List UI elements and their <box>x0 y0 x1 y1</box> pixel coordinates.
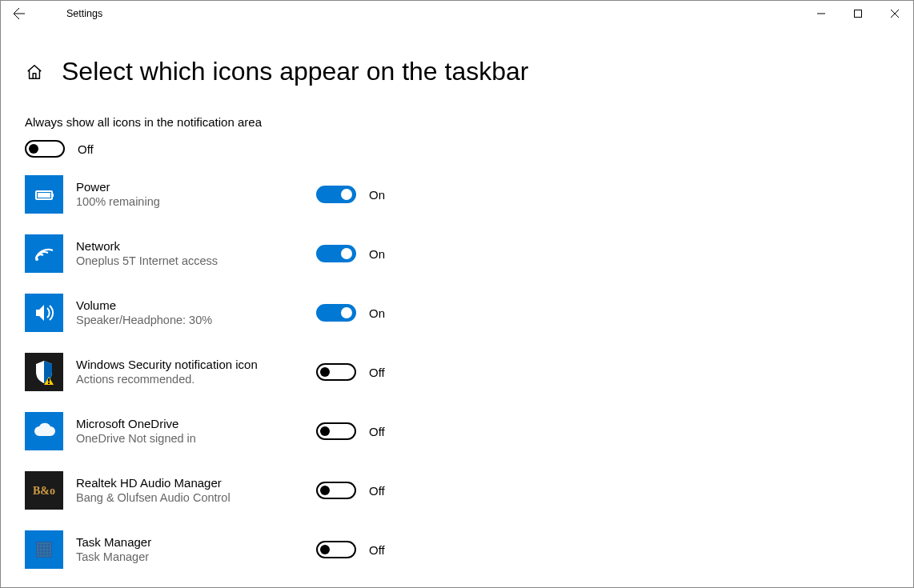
item-toggle-state: Off <box>369 484 385 498</box>
item-toggle[interactable] <box>316 482 356 499</box>
toggle-knob <box>320 545 330 554</box>
item-toggle-state: Off <box>369 425 385 438</box>
item-subtitle: 100% remaining <box>76 194 316 210</box>
minimize-button[interactable] <box>803 1 840 26</box>
cloud-icon <box>25 412 63 450</box>
taskbar-icon-row: Power100% remainingOn <box>25 175 889 214</box>
item-toggle-wrap: Off <box>316 363 385 381</box>
taskbar-icon-row: Task ManagerTask ManagerOff <box>25 530 889 569</box>
item-title: Microsoft OneDrive <box>76 416 316 432</box>
taskbar-icon-row: Microsoft OneDriveOneDrive Not signed in… <box>25 412 889 450</box>
speaker-icon <box>25 294 63 332</box>
home-button[interactable] <box>25 62 44 82</box>
home-icon <box>26 63 43 81</box>
item-title: Windows Security notification icon <box>76 357 316 373</box>
titlebar-left: Settings <box>1 1 102 26</box>
item-toggle-wrap: On <box>316 245 385 262</box>
item-title: Realtek HD Audio Manager <box>76 475 316 491</box>
close-icon <box>891 10 899 18</box>
page-title: Select which icons appear on the taskbar <box>62 57 528 86</box>
item-text: VolumeSpeaker/Headphone: 30% <box>76 298 316 328</box>
item-title: Volume <box>76 298 316 314</box>
app-title: Settings <box>66 8 102 19</box>
titlebar: Settings <box>1 1 913 26</box>
battery-icon <box>25 175 63 214</box>
item-toggle-state: Off <box>369 543 385 557</box>
items-list: Power100% remainingOnNetworkOneplus 5T I… <box>25 175 889 569</box>
content: Select which icons appear on the taskbar… <box>1 26 913 587</box>
master-toggle[interactable] <box>25 140 65 158</box>
item-toggle-state: On <box>369 247 385 261</box>
item-toggle-state: On <box>369 188 385 202</box>
taskbar-icon-row: Windows Security notification iconAction… <box>25 353 889 391</box>
item-subtitle: Bang & Olufsen Audio Control <box>76 490 316 506</box>
toggle-knob <box>320 486 330 495</box>
item-title: Power <box>76 179 316 195</box>
window-controls <box>803 1 913 26</box>
item-text: NetworkOneplus 5T Internet access <box>76 238 316 269</box>
master-toggle-state: Off <box>78 142 94 156</box>
toggle-knob <box>341 189 352 200</box>
item-toggle[interactable] <box>316 186 356 203</box>
item-toggle-wrap: On <box>316 304 385 322</box>
item-text: Power100% remaining <box>76 179 316 210</box>
back-arrow-icon <box>13 7 26 20</box>
item-toggle[interactable] <box>316 363 356 381</box>
toggle-knob <box>341 307 352 318</box>
maximize-button[interactable] <box>840 1 876 26</box>
taskbar-icon-row: Realtek HD Audio ManagerBang & Olufsen A… <box>25 471 889 510</box>
item-subtitle: Oneplus 5T Internet access <box>76 254 316 269</box>
item-toggle-wrap: Off <box>316 422 385 440</box>
maximize-icon <box>854 10 862 18</box>
wifi-icon <box>25 234 63 273</box>
toggle-knob <box>320 426 330 436</box>
master-toggle-label: Always show all icons in the notificatio… <box>25 115 889 129</box>
item-toggle[interactable] <box>316 245 356 262</box>
item-text: Task ManagerTask Manager <box>76 534 316 565</box>
shield-icon <box>25 353 63 391</box>
item-text: Realtek HD Audio ManagerBang & Olufsen A… <box>76 475 316 506</box>
item-toggle-wrap: Off <box>316 482 385 499</box>
item-toggle-state: Off <box>369 366 385 379</box>
master-toggle-row: Off <box>25 140 889 158</box>
item-toggle-state: On <box>369 306 385 320</box>
item-subtitle: Task Manager <box>76 550 316 565</box>
toggle-knob <box>341 248 352 259</box>
taskbar-icon-row: VolumeSpeaker/Headphone: 30%On <box>25 294 889 332</box>
minimize-icon <box>817 10 825 18</box>
item-text: Windows Security notification iconAction… <box>76 357 316 387</box>
header-row: Select which icons appear on the taskbar <box>25 57 889 86</box>
bo-icon <box>25 471 63 510</box>
item-title: Task Manager <box>76 534 316 550</box>
back-button[interactable] <box>1 1 38 26</box>
chip-icon <box>25 530 63 569</box>
item-toggle-wrap: On <box>316 186 385 203</box>
item-toggle[interactable] <box>316 541 356 558</box>
item-title: Network <box>76 238 316 254</box>
item-toggle[interactable] <box>316 422 356 440</box>
toggle-knob <box>320 367 330 377</box>
item-subtitle: OneDrive Not signed in <box>76 431 316 446</box>
item-subtitle: Speaker/Headphone: 30% <box>76 313 316 328</box>
svg-rect-1 <box>855 10 862 18</box>
item-subtitle: Actions recommended. <box>76 372 316 387</box>
item-toggle[interactable] <box>316 304 356 322</box>
item-text: Microsoft OneDriveOneDrive Not signed in <box>76 416 316 446</box>
settings-window: Settings Select which icons appear on th… <box>0 0 914 588</box>
taskbar-icon-row: NetworkOneplus 5T Internet accessOn <box>25 234 889 273</box>
close-button[interactable] <box>876 1 913 26</box>
item-toggle-wrap: Off <box>316 541 385 558</box>
toggle-knob <box>29 144 38 154</box>
